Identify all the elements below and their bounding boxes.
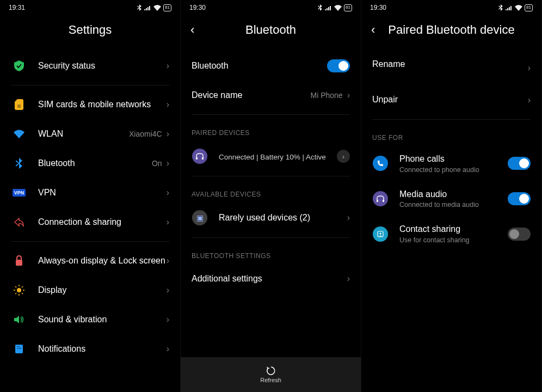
bluetooth-content: Bluetooth Device name Mi Phone › PAIRED … xyxy=(181,51,361,357)
headphones-icon xyxy=(192,149,208,164)
svg-rect-0 xyxy=(17,105,21,108)
chevron-right-icon: › xyxy=(167,158,169,168)
label: Bluetooth xyxy=(192,60,327,72)
row-device-name[interactable]: Device name Mi Phone › xyxy=(181,81,361,110)
divider xyxy=(372,119,531,120)
media-audio-toggle[interactable] xyxy=(508,192,531,205)
status-bar: 19:31 81 xyxy=(0,0,180,15)
label: Connection & sharing xyxy=(38,217,167,228)
divider xyxy=(192,176,350,176)
lock-icon xyxy=(11,255,27,266)
row-additional-settings[interactable]: Additional settings › xyxy=(181,264,361,293)
chevron-right-icon: › xyxy=(528,95,531,105)
row-wlan[interactable]: WLAN Xiaomi4C › xyxy=(0,119,180,149)
label: Additional settings xyxy=(192,273,347,285)
refresh-icon xyxy=(266,366,276,376)
row-display[interactable]: Display › xyxy=(0,275,180,305)
phone-icon xyxy=(372,156,389,171)
label: SIM cards & mobile networks xyxy=(38,99,167,111)
row-rarely-used[interactable]: ▣ Rarely used devices (2) › xyxy=(181,203,361,233)
page-title: ‹ Paired Bluetooth device xyxy=(361,15,541,51)
brightness-icon xyxy=(11,285,27,296)
label: Sound & vibration xyxy=(38,314,167,326)
row-bluetooth[interactable]: Bluetooth On › xyxy=(0,149,180,178)
section-paired-devices: PAIRED DEVICES xyxy=(181,119,361,141)
signal-icon xyxy=(506,5,513,10)
row-unpair[interactable]: Unpair › xyxy=(361,85,541,115)
bluetooth-toggle[interactable] xyxy=(327,59,350,72)
phone-calls-toggle[interactable] xyxy=(508,157,531,170)
row-always-on-display[interactable]: Always-on display & Lock screen › xyxy=(0,246,180,275)
paired-device-content: Rename › Unpair › USE FOR Phone calls Co… xyxy=(361,51,541,392)
value: Mi Phone xyxy=(311,91,343,100)
back-button[interactable]: ‹ xyxy=(190,23,194,37)
svg-line-8 xyxy=(22,293,23,294)
wifi-icon xyxy=(11,130,27,138)
device-settings-button[interactable]: › xyxy=(337,150,350,163)
clock: 19:30 xyxy=(370,4,386,11)
svg-point-19 xyxy=(380,232,381,234)
refresh-label: Refresh xyxy=(260,377,281,383)
label: Phone calls xyxy=(399,154,508,165)
screen-settings: 19:31 81 Settings Security status › xyxy=(0,0,181,392)
wifi-icon xyxy=(334,5,342,11)
shield-icon xyxy=(11,60,27,71)
row-paired-device[interactable]: Connected | Battery 10% | Active › xyxy=(181,141,361,171)
contact-icon xyxy=(372,226,389,242)
label: Security status xyxy=(38,60,167,72)
row-security-status[interactable]: Security status › xyxy=(0,51,180,81)
status-bar: 19:30 81 xyxy=(361,0,541,15)
headphones-icon xyxy=(372,191,389,206)
svg-rect-14 xyxy=(196,157,198,160)
svg-line-9 xyxy=(22,286,23,287)
chevron-right-icon: › xyxy=(347,274,350,284)
row-notifications[interactable]: Notifications › xyxy=(0,334,180,364)
row-contact-sharing[interactable]: Contact sharing Use for contact sharing xyxy=(361,216,541,252)
label: Unpair xyxy=(372,94,528,106)
row-sound-vibration[interactable]: Sound & vibration › xyxy=(0,305,180,334)
volume-icon xyxy=(11,315,27,324)
svg-rect-17 xyxy=(383,200,384,202)
row-sim-cards[interactable]: SIM cards & mobile networks › xyxy=(0,90,180,119)
row-media-audio[interactable]: Media audio Connected to media audio xyxy=(361,181,541,217)
bluetooth-status-icon xyxy=(137,4,142,11)
label: Bluetooth xyxy=(38,158,152,169)
back-button[interactable]: ‹ xyxy=(371,23,375,37)
settings-list: Security status › SIM cards & mobile net… xyxy=(0,51,180,392)
chevron-right-icon: › xyxy=(167,188,169,198)
page-title: ‹ Bluetooth xyxy=(181,15,361,51)
refresh-button[interactable]: Refresh xyxy=(181,357,361,392)
svg-line-10 xyxy=(15,293,16,294)
divider xyxy=(11,85,169,85)
clock: 19:31 xyxy=(9,4,25,11)
rename-value xyxy=(372,71,528,78)
label: VPN xyxy=(38,187,167,199)
svg-rect-12 xyxy=(17,346,20,347)
bluetooth-status-icon xyxy=(498,4,503,11)
battery-icon: 81 xyxy=(163,4,171,11)
divider xyxy=(192,237,350,238)
contact-sharing-toggle[interactable] xyxy=(508,228,531,241)
notifications-icon xyxy=(11,344,27,354)
sim-icon xyxy=(11,99,27,110)
row-connection-sharing[interactable]: Connection & sharing › xyxy=(0,207,180,237)
row-phone-calls[interactable]: Phone calls Connected to phone audio xyxy=(361,146,541,181)
row-vpn[interactable]: VPN VPN › xyxy=(0,178,180,207)
vpn-icon: VPN xyxy=(11,189,27,197)
row-rename[interactable]: Rename › xyxy=(361,51,541,85)
svg-rect-1 xyxy=(16,260,22,266)
label: Contact sharing xyxy=(399,224,508,235)
section-available-devices: AVAILABLE DEVICES xyxy=(181,181,361,203)
chevron-right-icon: › xyxy=(167,315,169,324)
svg-rect-13 xyxy=(17,348,21,349)
section-bluetooth-settings: BLUETOOTH SETTINGS xyxy=(181,242,361,264)
page-title: Settings xyxy=(0,15,180,51)
row-bluetooth-toggle[interactable]: Bluetooth xyxy=(181,51,361,81)
signal-icon xyxy=(144,5,151,10)
wifi-icon xyxy=(515,5,522,11)
chevron-right-icon: › xyxy=(167,129,169,139)
section-use-for: USE FOR xyxy=(361,124,541,146)
label: Rarely used devices (2) xyxy=(219,212,347,224)
share-icon xyxy=(11,217,27,227)
label: Display xyxy=(38,285,167,296)
